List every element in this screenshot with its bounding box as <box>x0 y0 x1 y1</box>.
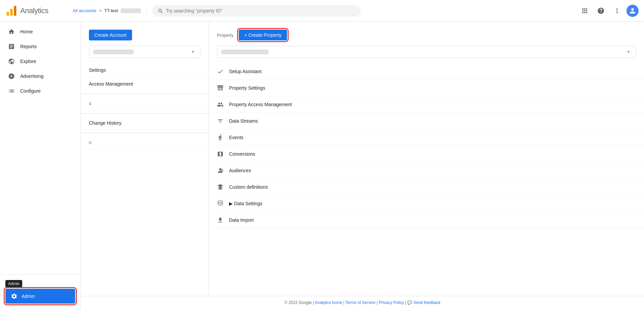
sidebar-label-configure: Configure <box>20 88 41 94</box>
admin-section: Admin Admin <box>0 274 80 309</box>
header: Analytics All accounts > TT-test <box>0 0 644 22</box>
property-settings-label: Property Settings <box>229 85 265 91</box>
property-column: Property + Create Property Setu <box>209 22 644 309</box>
data-streams-icon <box>217 118 224 124</box>
account-name: TT-test <box>104 8 118 13</box>
footer-analytics-home-link[interactable]: Analytics home <box>315 300 342 305</box>
create-property-button[interactable]: + Create Property <box>239 30 287 40</box>
search-icon <box>157 8 163 14</box>
setup-assistant-icon <box>217 68 224 75</box>
property-menu-audiences[interactable]: Audiences <box>209 162 644 179</box>
sidebar-label-home: Home <box>20 29 33 34</box>
help-icon <box>597 7 605 14</box>
sidebar-item-advertising[interactable]: Advertising <box>0 69 78 84</box>
sidebar-label-explore: Explore <box>20 59 36 64</box>
user-avatar[interactable] <box>626 5 639 17</box>
property-menu-settings[interactable]: Property Settings <box>209 80 644 96</box>
account-dropdown[interactable] <box>81 46 208 63</box>
property-menu-data-streams[interactable]: Data Streams <box>209 113 644 129</box>
footer-terms-link[interactable]: Terms of Service <box>345 300 375 305</box>
account-menu-settings[interactable]: Settings <box>81 63 208 77</box>
footer-privacy-link[interactable]: Privacy Policy <box>379 300 404 305</box>
breadcrumb-separator: > <box>99 8 102 13</box>
admin-label: Admin <box>22 293 35 299</box>
property-select[interactable] <box>217 46 636 58</box>
account-col-divider-2 <box>81 113 208 114</box>
account-select-placeholder <box>93 50 134 54</box>
property-menu-access-management[interactable]: Property Access Management <box>209 96 644 113</box>
more-options-button[interactable] <box>610 4 624 18</box>
data-import-label: Data Import <box>229 217 254 223</box>
account-column-header: Create Account <box>81 30 208 46</box>
apps-button[interactable] <box>578 4 591 18</box>
data-settings-icon <box>217 200 224 207</box>
sidebar-item-configure[interactable]: Configure <box>0 84 78 98</box>
conversions-icon <box>217 151 224 157</box>
chevron-down-icon <box>190 49 196 55</box>
property-settings-icon <box>217 85 224 91</box>
account-menu-change-history[interactable]: Change History <box>81 116 208 130</box>
admin-panel: Create Account Settings Access Managemen… <box>81 22 644 309</box>
events-icon <box>217 134 224 141</box>
explore-icon <box>8 58 15 65</box>
account-select[interactable] <box>89 46 200 58</box>
property-select-placeholder <box>221 50 268 54</box>
analytics-logo-icon <box>5 5 18 17</box>
custom-definitions-icon <box>217 184 224 190</box>
header-actions <box>578 4 639 18</box>
sidebar-item-home[interactable]: Home <box>0 24 78 39</box>
custom-definitions-label: Custom definitions <box>229 184 268 190</box>
configure-icon <box>8 88 15 94</box>
sidebar-label-advertising: Advertising <box>20 73 43 79</box>
conversions-label: Conversions <box>229 151 255 157</box>
account-menu-link-2[interactable]: n <box>81 136 208 150</box>
data-settings-label: ▶ Data Settings <box>229 201 262 206</box>
search-input[interactable] <box>166 8 355 13</box>
property-menu-data-import[interactable]: Data Import <box>209 212 644 228</box>
footer-feedback-link[interactable]: Send feedback <box>413 300 440 305</box>
property-label-text: Property <box>217 33 233 38</box>
account-col-divider-3 <box>81 133 208 133</box>
audiences-label: Audiences <box>229 168 251 173</box>
events-label: Events <box>229 135 244 140</box>
create-account-button[interactable]: Create Account <box>89 30 132 40</box>
apps-icon <box>581 7 588 14</box>
property-menu-data-settings[interactable]: ▶ Data Settings <box>209 195 644 212</box>
search-bar[interactable] <box>152 5 361 17</box>
sidebar-nav: Home Reports Explore Advertising Configu <box>0 22 80 274</box>
footer: © 2022 Google | Analytics home | Terms o… <box>81 296 644 309</box>
data-streams-label: Data Streams <box>229 118 258 124</box>
property-menu-setup-assistant[interactable]: Setup Assistant <box>209 63 644 80</box>
all-accounts-label[interactable]: All accounts <box>73 8 96 13</box>
admin-tooltip: Admin <box>5 280 22 287</box>
svg-point-5 <box>218 201 222 203</box>
svg-rect-0 <box>7 12 9 16</box>
sidebar-label-reports: Reports <box>20 44 37 49</box>
property-chip <box>121 8 141 13</box>
property-menu-conversions[interactable]: Conversions <box>209 146 644 162</box>
account-menu-link-1[interactable]: s <box>81 97 208 111</box>
account-col-divider-1 <box>81 94 208 94</box>
account-menu-access-management[interactable]: Access Management <box>81 77 208 91</box>
more-icon <box>613 7 621 14</box>
people-icon <box>217 101 224 108</box>
property-access-management-label: Property Access Management <box>229 102 292 107</box>
property-dropdown[interactable] <box>209 46 644 63</box>
gear-icon <box>11 293 18 300</box>
svg-rect-2 <box>14 6 16 16</box>
svg-rect-1 <box>10 9 12 16</box>
help-button[interactable] <box>594 4 608 18</box>
property-menu-custom-definitions[interactable]: Custom definitions <box>209 179 644 195</box>
data-import-icon <box>217 217 224 223</box>
sidebar-item-reports[interactable]: Reports <box>0 39 78 54</box>
admin-button[interactable]: Admin <box>5 289 75 304</box>
logo-area: Analytics <box>5 5 73 17</box>
account-breadcrumb[interactable]: All accounts > TT-test <box>73 8 147 13</box>
sidebar: Home Reports Explore Advertising Configu <box>0 22 81 309</box>
advertising-icon <box>8 73 15 80</box>
account-column: Create Account Settings Access Managemen… <box>81 22 209 309</box>
property-menu-events[interactable]: Events <box>209 129 644 146</box>
footer-feedback-icon: 💬 <box>407 300 412 305</box>
footer-copyright: © 2022 Google <box>284 300 312 305</box>
sidebar-item-explore[interactable]: Explore <box>0 54 78 69</box>
